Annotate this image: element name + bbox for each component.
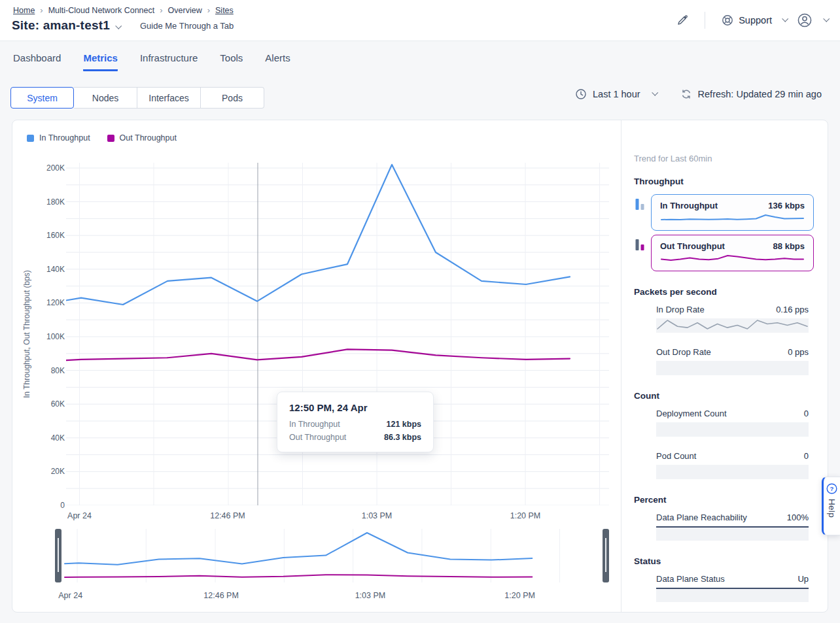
metric-card-header: Out Throughput88 kbps — [660, 241, 805, 251]
metric-value: 88 kbps — [773, 241, 805, 251]
breadcrumb-separator-icon: › — [207, 5, 210, 15]
metric-value: 0 — [804, 451, 809, 461]
metric-row-header: In Drop Rate0.16 pps — [656, 305, 809, 314]
metric-value: Up — [797, 574, 809, 584]
main-tabs: DashboardMetricsInfrastructureToolsAlert… — [13, 52, 290, 71]
refresh-icon — [680, 88, 692, 100]
chevron-down-icon — [823, 16, 830, 22]
brush-grip — [58, 538, 59, 572]
brush-handle-right[interactable] — [603, 529, 609, 582]
breadcrumb-item[interactable]: Sites — [215, 6, 234, 15]
metric-sparkline — [656, 422, 809, 437]
throughput-line-chart[interactable] — [66, 163, 609, 505]
metric-label: Pod Count — [656, 451, 696, 461]
legend-item[interactable]: In Throughput — [27, 133, 90, 143]
metric-sparkline — [656, 526, 809, 541]
breadcrumb-item[interactable]: Home — [13, 6, 35, 15]
trend-metric-card[interactable]: In Throughput136 kbps — [651, 194, 814, 231]
metric-label: Deployment Count — [656, 409, 727, 418]
metric-sparkline — [656, 318, 809, 333]
time-range-select[interactable]: Last 1 hour — [575, 88, 657, 100]
tooltip-rows: In Throughput121 kbpsOut Throughput86.3 … — [289, 420, 421, 442]
metric-sparkline — [656, 588, 809, 602]
metric-label: In Throughput — [660, 201, 718, 210]
breadcrumb-item[interactable]: Overview — [168, 6, 202, 15]
metric-label: Data Plane Reachability — [656, 513, 747, 522]
chevron-down-icon — [115, 23, 122, 29]
header: Home›Multi-Cloud Network Connect›Overvie… — [0, 0, 840, 41]
brush-line-chart — [55, 529, 609, 582]
trend-metric-row: Deployment Count0 — [656, 409, 809, 437]
legend-label: In Throughput — [39, 133, 90, 143]
header-divider — [705, 12, 705, 29]
column-chart-icon[interactable] — [634, 196, 646, 213]
metric-sparkline — [660, 213, 805, 224]
tab-dashboard[interactable]: Dashboard — [13, 52, 61, 71]
brush-x-axis-tick: 1:20 PM — [504, 591, 535, 600]
brush-x-axis-tick: 1:03 PM — [355, 591, 386, 600]
guide-me-link[interactable]: Guide Me Through a Tab — [140, 21, 234, 31]
y-axis-tick: 20K — [26, 467, 65, 476]
trend-section: StatusData Plane StatusUp — [634, 556, 814, 602]
tooltip-row: Out Throughput86.3 kbps — [289, 433, 421, 442]
help-label: Help — [827, 499, 837, 518]
metric-card-row: Out Throughput88 kbps — [634, 235, 814, 271]
y-axis-tick: 180K — [26, 197, 65, 207]
subtab-nodes[interactable]: Nodes — [74, 87, 137, 109]
time-range-value: Last 1 hour — [593, 89, 640, 99]
trend-metric-row: Data Plane StatusUp — [656, 574, 809, 602]
trend-metric-row: Data Plane Reachability100% — [656, 513, 809, 541]
tooltip-series-value: 86.3 kbps — [384, 433, 421, 442]
breadcrumb-separator-icon: › — [160, 5, 162, 15]
breadcrumb: Home›Multi-Cloud Network Connect›Overvie… — [13, 5, 234, 15]
subtab-interfaces[interactable]: Interfaces — [137, 87, 201, 109]
metric-card-row: In Throughput136 kbps — [634, 194, 814, 231]
metric-value: 0.16 pps — [776, 305, 809, 314]
refresh-button[interactable]: Refresh: Updated 29 min ago — [680, 88, 822, 100]
trend-metric-row: Out Drop Rate0 pps — [656, 347, 809, 375]
brush-handle-left[interactable] — [55, 529, 61, 582]
trend-section: Packets per secondIn Drop Rate0.16 ppsOu… — [634, 287, 814, 375]
tooltip-row: In Throughput121 kbps — [289, 420, 421, 429]
y-axis-tick: 40K — [26, 433, 65, 443]
y-axis-tick: 120K — [26, 298, 65, 307]
y-axis-tick: 160K — [26, 231, 65, 240]
x-axis-tick: Apr 24 — [67, 511, 92, 520]
x-axis-tick: 1:20 PM — [510, 511, 541, 520]
trend-section-title: Throughput — [634, 177, 814, 186]
legend-item[interactable]: Out Throughput — [107, 133, 177, 143]
tooltip-series-label: Out Throughput — [289, 433, 346, 442]
title-row: Site: aman-test1 Guide Me Through a Tab — [12, 18, 234, 33]
refresh-status: Refresh: Updated 29 min ago — [698, 89, 822, 99]
page-title: Site: aman-test1 — [12, 18, 110, 33]
chart-tooltip: 12:50 PM, 24 Apr In Throughput121 kbpsOu… — [277, 392, 434, 452]
tooltip-series-value: 121 kbps — [386, 420, 421, 429]
metric-label: Data Plane Status — [656, 574, 725, 584]
trend-panel: Trend for Last 60min ThroughputIn Throug… — [621, 120, 828, 613]
subtab-pods[interactable]: Pods — [201, 87, 264, 109]
brush-x-axis-tick: 12:46 PM — [203, 591, 239, 600]
metric-card-header: In Throughput136 kbps — [660, 201, 805, 210]
site-selector[interactable] — [110, 20, 120, 31]
subtab-system[interactable]: System — [10, 87, 74, 109]
account-menu[interactable] — [796, 12, 828, 29]
trend-section-title: Percent — [634, 495, 814, 505]
trend-metric-card[interactable]: Out Throughput88 kbps — [651, 235, 814, 271]
tab-tools[interactable]: Tools — [220, 52, 243, 71]
column-chart-icon[interactable] — [634, 237, 646, 254]
pencil-icon[interactable] — [676, 14, 689, 27]
y-axis-tick: 60K — [26, 399, 65, 409]
tab-alerts[interactable]: Alerts — [265, 52, 290, 71]
chart-controls: Last 1 hour Refresh: Updated 29 min ago — [575, 88, 822, 100]
brush-chart[interactable] — [55, 529, 609, 582]
support-menu[interactable]: Support — [721, 14, 787, 27]
metric-row-header: Out Drop Rate0 pps — [656, 347, 809, 357]
breadcrumb-item[interactable]: Multi-Cloud Network Connect — [48, 6, 155, 15]
tab-infrastructure[interactable]: Infrastructure — [140, 52, 198, 71]
metric-value: 136 kbps — [768, 201, 805, 210]
trend-section-title: Count — [634, 391, 814, 401]
metric-label: Out Throughput — [660, 241, 725, 251]
tab-metrics[interactable]: Metrics — [83, 52, 118, 71]
help-tab[interactable]: ? Help — [822, 477, 840, 535]
support-label: Support — [739, 15, 772, 25]
